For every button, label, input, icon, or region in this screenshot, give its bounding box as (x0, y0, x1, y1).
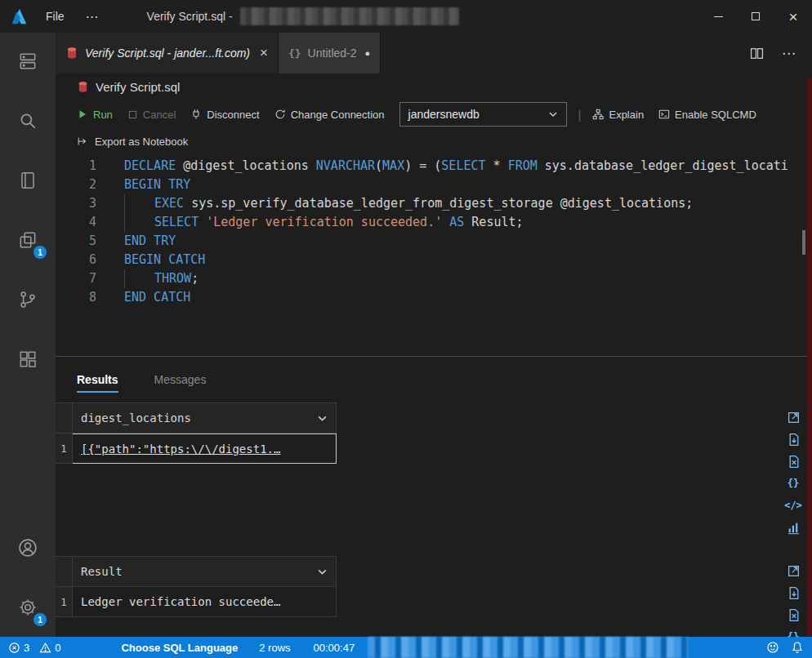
save-as-csv-icon[interactable] (785, 431, 801, 447)
sidebar-item-search[interactable] (8, 101, 47, 140)
status-right-icons (766, 641, 804, 654)
sidebar-item-settings[interactable]: 1 (8, 588, 47, 627)
save-as-json-icon[interactable]: {} (785, 475, 801, 491)
code-line[interactable]: 1DECLARE @digest_locations NVARCHAR(MAX)… (56, 157, 812, 176)
code-line[interactable]: 4SELECT 'Ledger verification succeeded.'… (56, 213, 812, 232)
sidebar-item-account[interactable] (8, 528, 47, 567)
database-dropdown-value: jandersnewdb (408, 108, 480, 121)
row-number-cell[interactable]: 1 (56, 587, 73, 617)
maximize-icon (752, 12, 760, 20)
grid-action-bar: {} </> (785, 562, 801, 637)
warning-count: 0 (55, 642, 60, 654)
maximize-grid-icon[interactable] (785, 562, 801, 579)
result-value-cell[interactable]: [{"path":"https:\/\/digest1.… (73, 433, 337, 464)
result-grid: digest_locations 1[{"path":"https:\/\/di… (56, 402, 337, 464)
code-area[interactable]: 1DECLARE @digest_locations NVARCHAR(MAX)… (56, 153, 812, 356)
source-control-icon (17, 289, 38, 310)
window-title-text: Verify Script.sql - (147, 10, 233, 23)
split-editor-icon[interactable] (750, 47, 764, 60)
tab-strip: Verify Script.sql - jander...ft.com) × {… (56, 33, 812, 73)
results-panel: Results Messages digest_locations 1[{"pa… (56, 356, 812, 637)
more-actions-icon[interactable]: ⋯ (782, 45, 796, 62)
code-line[interactable]: 8END CATCH (56, 288, 812, 307)
chevron-down-icon[interactable] (317, 568, 328, 576)
grid-corner-cell[interactable] (56, 402, 73, 433)
chart-icon[interactable] (785, 519, 801, 536)
close-icon: × (788, 9, 797, 24)
grid-rows: 1[{"path":"https:\/\/digest1.… (56, 433, 337, 464)
run-label: Run (93, 109, 113, 121)
maximize-grid-icon[interactable] (785, 409, 801, 425)
menu-more-icon[interactable]: ⋯ (86, 9, 100, 24)
maximize-button[interactable] (737, 0, 774, 33)
change-connection-button[interactable]: Change Connection (274, 109, 385, 121)
explain-label: Explain (609, 109, 644, 121)
sidebar-item-connections[interactable] (8, 42, 47, 81)
explain-icon (592, 109, 604, 120)
error-icon (8, 642, 20, 654)
result-grid: Result 1Ledger verification succeede… (56, 556, 337, 617)
extensions-icon (17, 349, 38, 370)
indent-guide (124, 194, 154, 213)
minimize-icon (714, 16, 723, 17)
grid-header-row: Result (56, 556, 337, 587)
notebook-icon (17, 170, 38, 191)
indent-guide (124, 213, 154, 232)
tab-messages[interactable]: Messages (154, 373, 207, 386)
tab-verify-script[interactable]: Verify Script.sql - jander...ft.com) × (56, 33, 279, 73)
line-number: 5 (56, 232, 96, 251)
sidebar-item-explorer[interactable]: 1 (8, 220, 47, 260)
grid-row: 1Ledger verification succeede… (56, 587, 337, 617)
database-dropdown[interactable]: jandersnewdb (399, 102, 567, 127)
code-line[interactable]: 5END TRY (56, 232, 812, 251)
grid-corner-cell[interactable] (56, 556, 73, 587)
code-line[interactable]: 3EXEC sys.sp_verify_database_ledger_from… (56, 194, 812, 213)
query-toolbar: Run Cancel Disconnect Change Connection … (56, 100, 812, 129)
sidebar-item-extensions[interactable] (8, 340, 47, 379)
app-window: File ⋯ Verify Script.sql - × 1 (0, 0, 812, 658)
sidebar-item-notebooks[interactable] (8, 161, 47, 200)
save-as-excel-icon[interactable] (785, 607, 801, 623)
code-line[interactable]: 7THROW; (56, 269, 812, 288)
language-selector[interactable]: Choose SQL Language (121, 642, 238, 654)
status-bar: 3 0 Choose SQL Language 2 rows 00:00:47 (0, 637, 812, 658)
export-as-notebook-button[interactable]: Export as Notebook (56, 129, 812, 153)
run-button[interactable]: Run (77, 109, 113, 121)
code-line[interactable]: 2BEGIN TRY (56, 176, 812, 194)
grid-column-header[interactable]: Result (73, 556, 337, 587)
errors-indicator[interactable]: 3 (8, 642, 29, 654)
feedback-icon[interactable] (766, 641, 779, 654)
connections-icon (17, 51, 38, 72)
line-number: 6 (56, 251, 96, 269)
warning-icon (39, 642, 51, 654)
grid-column-header[interactable]: digest_locations (73, 402, 337, 433)
row-number-cell[interactable]: 1 (56, 433, 73, 464)
chevron-down-icon[interactable] (317, 415, 328, 422)
tab-untitled-2[interactable]: {} Untitled-2 ● (279, 33, 381, 73)
tab-label: Untitled-2 (308, 47, 357, 60)
editor-filename: Verify Script.sql (96, 80, 180, 94)
save-as-xml-icon[interactable]: </> (785, 497, 801, 514)
run-icon (77, 109, 88, 120)
tab-results[interactable]: Results (77, 373, 118, 386)
code-line[interactable]: 6BEGIN CATCH (56, 251, 812, 269)
notifications-bell-icon[interactable] (791, 641, 804, 654)
enable-sqlcmd-button[interactable]: Enable SQLCMD (658, 109, 756, 121)
disconnect-button[interactable]: Disconnect (190, 109, 259, 121)
menu-file[interactable]: File (46, 10, 65, 23)
editor-scrollbar-thumb[interactable] (802, 230, 805, 255)
warnings-indicator[interactable]: 0 (39, 642, 60, 654)
save-as-json-icon[interactable]: {} (785, 629, 801, 637)
save-as-csv-icon[interactable] (785, 585, 801, 601)
braces-icon: {} (288, 47, 301, 60)
line-number: 3 (56, 194, 96, 213)
window-controls: × (699, 0, 812, 33)
save-as-excel-icon[interactable] (785, 453, 801, 469)
minimize-button[interactable] (699, 0, 737, 33)
result-value-cell[interactable]: Ledger verification succeede… (73, 587, 337, 617)
close-button[interactable]: × (774, 0, 812, 33)
sidebar-item-source-control[interactable] (8, 280, 47, 319)
enable-sqlcmd-label: Enable SQLCMD (675, 109, 756, 121)
tab-close-icon[interactable]: × (260, 45, 268, 61)
explain-button[interactable]: Explain (592, 109, 644, 121)
